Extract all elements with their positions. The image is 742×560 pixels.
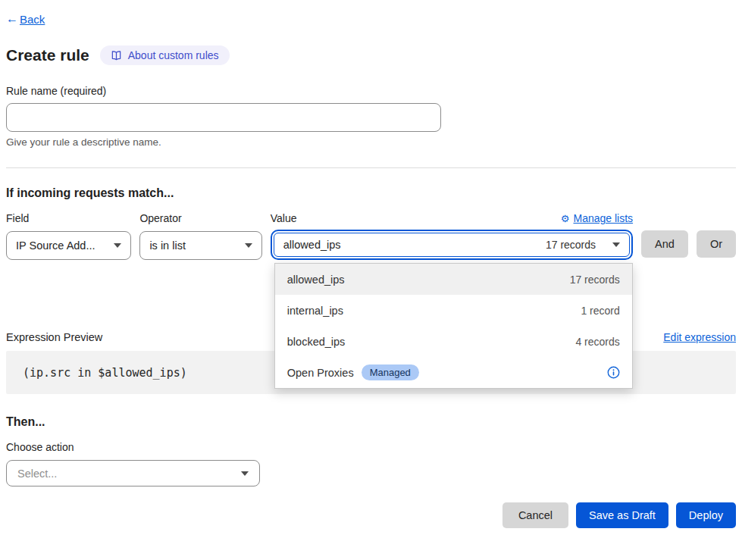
value-select-right: 17 records bbox=[546, 239, 620, 251]
action-select-placeholder: Select... bbox=[17, 468, 57, 480]
then-section-heading: Then... bbox=[6, 415, 736, 429]
save-as-draft-button[interactable]: Save as Draft bbox=[576, 502, 668, 528]
list-item-records: 17 records bbox=[570, 274, 620, 286]
operator-select[interactable]: is in list bbox=[139, 231, 261, 260]
managed-badge: Managed bbox=[362, 364, 419, 380]
chevron-down-icon bbox=[114, 243, 121, 248]
manage-lists-link[interactable]: ⚙ Manage lists bbox=[561, 212, 633, 224]
value-label-row: Value ⚙ Manage lists bbox=[271, 212, 633, 224]
list-item-records: 1 record bbox=[581, 305, 619, 317]
choose-action-label: Choose action bbox=[6, 441, 736, 453]
operator-label: Operator bbox=[139, 212, 261, 224]
value-label: Value bbox=[271, 212, 297, 224]
match-controls-row: Field IP Source Add... Operator is in li… bbox=[6, 212, 736, 260]
dropdown-item-blocked-ips[interactable]: blocked_ips 4 records bbox=[275, 326, 632, 357]
chevron-down-icon bbox=[241, 471, 249, 476]
back-link[interactable]: ←Back bbox=[6, 12, 45, 26]
value-select[interactable]: allowed_ips 17 records bbox=[274, 233, 630, 257]
list-item-name: Open Proxies bbox=[287, 367, 354, 379]
chevron-down-icon bbox=[245, 243, 252, 248]
dropdown-item-open-proxies[interactable]: Open Proxies Managed bbox=[275, 357, 632, 388]
rule-name-label: Rule name (required) bbox=[6, 85, 736, 97]
field-label: Field bbox=[6, 212, 131, 224]
value-select-focus-ring: allowed_ips 17 records allowed_ips 17 re… bbox=[271, 230, 633, 260]
about-badge-label: About custom rules bbox=[128, 49, 219, 61]
value-column: Value ⚙ Manage lists allowed_ips 17 reco… bbox=[271, 212, 633, 260]
rule-name-helper: Give your rule a descriptive name. bbox=[6, 136, 736, 148]
value-select-name: allowed_ips bbox=[283, 239, 341, 251]
manage-lists-label: Manage lists bbox=[573, 212, 633, 224]
dropdown-item-internal-ips[interactable]: internal_ips 1 record bbox=[275, 295, 632, 326]
list-item-name: internal_ips bbox=[287, 305, 343, 317]
field-select-value: IP Source Add... bbox=[16, 239, 95, 252]
dropdown-item-allowed-ips[interactable]: allowed_ips 17 records bbox=[275, 264, 632, 295]
field-column: Field IP Source Add... bbox=[6, 212, 131, 260]
chevron-down-icon bbox=[612, 242, 620, 247]
value-dropdown-menu: allowed_ips 17 records internal_ips 1 re… bbox=[274, 263, 633, 389]
list-item-name: blocked_ips bbox=[287, 336, 346, 348]
deploy-button[interactable]: Deploy bbox=[676, 502, 736, 528]
edit-expression-link[interactable]: Edit expression bbox=[663, 331, 736, 343]
action-select[interactable]: Select... bbox=[6, 460, 260, 486]
match-section-heading: If incoming requests match... bbox=[6, 186, 736, 200]
and-button[interactable]: And bbox=[641, 230, 688, 258]
gear-icon: ⚙ bbox=[561, 213, 570, 224]
list-item-records: 4 records bbox=[575, 336, 619, 348]
field-select[interactable]: IP Source Add... bbox=[6, 231, 131, 260]
rule-name-section: Rule name (required) Give your rule a de… bbox=[6, 85, 736, 148]
list-item-name: allowed_ips bbox=[287, 274, 345, 286]
section-divider bbox=[6, 167, 736, 168]
info-icon[interactable] bbox=[607, 366, 620, 379]
expression-preview-label: Expression Preview bbox=[6, 331, 102, 343]
back-arrow-icon: ← bbox=[6, 12, 18, 26]
cancel-button[interactable]: Cancel bbox=[502, 502, 568, 528]
rule-name-input[interactable] bbox=[6, 103, 441, 132]
about-custom-rules-badge[interactable]: About custom rules bbox=[100, 45, 230, 65]
book-icon bbox=[111, 50, 122, 61]
operator-column: Operator is in list bbox=[139, 212, 261, 260]
or-button[interactable]: Or bbox=[697, 230, 736, 258]
page-title: Create rule bbox=[6, 46, 89, 64]
list-item-left: Open Proxies Managed bbox=[287, 364, 419, 380]
expression-code: (ip.src in $allowed_ips) bbox=[23, 366, 187, 380]
value-select-records: 17 records bbox=[546, 239, 596, 251]
footer-actions: Cancel Save as Draft Deploy bbox=[6, 502, 736, 528]
operator-select-value: is in list bbox=[149, 239, 186, 252]
create-rule-page: ←Back Create rule About custom rules Rul… bbox=[0, 0, 742, 528]
title-row: Create rule About custom rules bbox=[6, 45, 736, 65]
back-label: Back bbox=[20, 13, 45, 26]
